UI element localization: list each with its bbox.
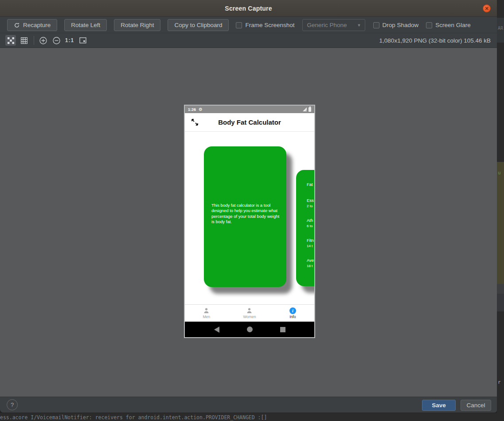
signal-icon: ×	[303, 107, 307, 111]
category-item: Fitn 14 t	[307, 238, 314, 248]
category-item: Ath 6 to	[307, 218, 314, 228]
phone-status-bar: 1:26 ⚙ ×	[185, 106, 314, 113]
close-button[interactable]: ✕	[483, 4, 491, 12]
android-home-icon	[247, 327, 253, 332]
device-frame-select[interactable]: Generic Phone ▼	[302, 19, 365, 31]
close-icon: ✕	[484, 6, 488, 11]
screen-glare-checkbox[interactable]: Screen Glare	[426, 22, 471, 28]
zoom-out-button[interactable]	[51, 35, 62, 46]
tab-info: i Info	[279, 307, 306, 319]
image-info-label: 1,080x1,920 PNG (32-bit color) 105.46 kB	[379, 37, 491, 44]
drop-shadow-label: Drop Shadow	[383, 22, 419, 28]
background-fragment: AR	[497, 18, 504, 43]
phone-content: This body fat calculator is a tool desig…	[185, 132, 314, 304]
screen-capture-dialog: Screen Capture ✕ Recapture Rotate Left R…	[0, 0, 497, 413]
screen: Screen Capture ✕ Recapture Rotate Left R…	[0, 0, 504, 421]
zoom-to-fit-icon	[8, 37, 14, 44]
fat-categories-card: Fat Ess 2 to Ath 6 to Fitn 14 t	[296, 170, 314, 286]
fit-image-button[interactable]	[78, 35, 88, 46]
zoom-actual-size-button[interactable]: 1:1	[64, 35, 75, 46]
phone-app-title: Body Fat Calculator	[185, 118, 314, 126]
gear-icon: ⚙	[199, 107, 203, 112]
rotate-right-button[interactable]: Rotate Right	[114, 19, 160, 31]
screen-glare-label: Screen Glare	[435, 22, 471, 28]
frame-screenshot-label: Frame Screenshot	[245, 22, 294, 28]
android-nav-bar	[185, 322, 314, 337]
device-frame-value: Generic Phone	[307, 22, 347, 28]
frame-screenshot-checkbox[interactable]: Frame Screenshot	[236, 22, 294, 28]
info-card: This body fat calculator is a tool desig…	[204, 146, 286, 287]
person-icon	[246, 307, 253, 314]
zoom-in-button[interactable]	[38, 35, 48, 46]
android-back-icon	[214, 327, 219, 333]
phone-screenshot: 1:26 ⚙ × Body Fat Calculator	[184, 105, 315, 338]
copy-to-clipboard-label: Copy to Clipboard	[174, 22, 222, 28]
background-fragment: u	[497, 162, 504, 284]
help-icon: ?	[11, 401, 14, 408]
rotate-left-label: Rotate Left	[71, 22, 100, 28]
zoom-out-icon	[53, 37, 60, 44]
tab-women: Women	[236, 307, 263, 319]
tab-men: Men	[193, 307, 220, 319]
status-time: 1:26	[188, 107, 196, 112]
info-card-text: This body fat calculator is a tool desig…	[211, 203, 281, 225]
drop-shadow-checkbox[interactable]: Drop Shadow	[373, 22, 419, 28]
save-button[interactable]: Save	[422, 400, 456, 411]
checkbox-box-icon	[426, 22, 432, 28]
zoom-toolbar: 1:1 1,080x1,920 PNG (32-bit color) 105.4…	[0, 33, 497, 48]
help-button[interactable]: ?	[7, 399, 18, 410]
dialog-footer: ? Save Cancel	[0, 397, 497, 413]
rotate-left-button[interactable]: Rotate Left	[64, 19, 107, 31]
background-fragment: r	[497, 379, 504, 388]
rotate-right-label: Rotate Right	[121, 22, 154, 28]
category-item: Ess 2 to	[307, 198, 314, 208]
battery-icon	[309, 107, 311, 112]
cancel-button[interactable]: Cancel	[461, 400, 491, 411]
toolbar-separator	[34, 36, 34, 45]
phone-app-bar: Body Fat Calculator	[185, 113, 314, 132]
info-icon: i	[289, 307, 296, 314]
recapture-button[interactable]: Recapture	[7, 19, 57, 31]
checkbox-box-icon	[236, 22, 242, 28]
phone-bottom-nav: Men Women i Info	[185, 304, 314, 322]
resize-arrows-icon	[191, 118, 199, 126]
refresh-icon	[14, 22, 20, 28]
android-recents-icon	[280, 327, 285, 332]
recapture-label: Recapture	[23, 22, 51, 28]
fit-image-icon	[79, 37, 86, 43]
categories-header: Fat	[307, 182, 314, 187]
background-window-strip: AR u r	[497, 0, 504, 421]
main-toolbar: Recapture Rotate Left Rotate Right Copy …	[0, 17, 497, 33]
window-title: Screen Capture	[225, 5, 272, 12]
category-item: Ave 18 t	[307, 258, 314, 268]
checkbox-box-icon	[373, 22, 379, 28]
background-logcat-strip: ess.acore I/VoicemailNotifier: receivers…	[0, 413, 504, 421]
person-icon	[203, 307, 210, 314]
copy-to-clipboard-button[interactable]: Copy to Clipboard	[168, 19, 229, 31]
screenshot-canvas: 1:26 ⚙ × Body Fat Calculator	[0, 48, 497, 397]
grid-button[interactable]	[19, 35, 29, 46]
chevron-down-icon: ▼	[357, 23, 361, 28]
window-titlebar[interactable]: Screen Capture ✕	[0, 0, 497, 17]
grid-icon	[21, 37, 27, 44]
zoom-in-icon	[39, 37, 47, 44]
zoom-to-fit-button[interactable]	[5, 35, 16, 46]
logcat-line: ess.acore I/VoicemailNotifier: receivers…	[0, 414, 267, 421]
